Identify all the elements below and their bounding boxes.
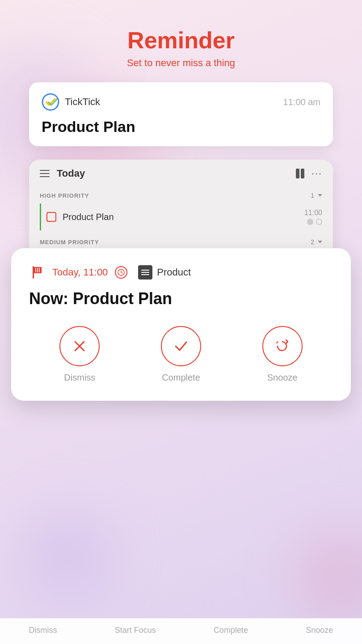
more-options-icon[interactable]: ···	[311, 168, 322, 179]
snooze-circle	[262, 326, 303, 366]
task-name: Product Plan	[63, 212, 304, 222]
app-name-label: TickTick	[65, 96, 100, 108]
bottom-snooze-button[interactable]: Snooze	[306, 626, 333, 635]
reminder-list: Product	[138, 265, 191, 280]
snooze-label: Snooze	[267, 373, 298, 383]
task-item[interactable]: Product Plan 11:00	[40, 203, 322, 230]
reminder-time: Today, 11:00	[52, 267, 108, 278]
notification-time: 11:00 am	[283, 97, 320, 107]
notification-task: Product Plan	[42, 118, 320, 136]
medium-priority-label: MEDIUM PRIORITY	[40, 239, 99, 246]
medium-priority-count: 2	[311, 238, 322, 246]
task-icon-flag	[307, 219, 313, 225]
page-header: Reminder Set to never miss a thing	[127, 27, 235, 69]
complete-label: Complete	[162, 373, 200, 383]
task-icon-repeat	[316, 219, 322, 225]
tasklist-header: Today ···	[29, 160, 333, 187]
ticktick-icon	[42, 93, 59, 111]
reminder-meta: Today, 11:00 Product	[29, 264, 333, 280]
reminder-task-title: Now: Product Plan	[29, 289, 333, 308]
dismiss-label: Dismiss	[64, 373, 95, 383]
bottom-complete-button[interactable]: Complete	[214, 626, 248, 635]
bottom-dismiss-button[interactable]: Dismiss	[29, 626, 57, 635]
task-time: 11:00	[304, 209, 322, 217]
notification-app-info: TickTick	[42, 93, 100, 111]
svg-point-0	[42, 94, 59, 110]
svg-rect-1	[33, 266, 34, 279]
list-icon	[138, 265, 152, 280]
dismiss-circle	[59, 326, 100, 366]
hamburger-icon[interactable]	[40, 170, 50, 177]
complete-button[interactable]: Complete	[161, 326, 201, 383]
high-priority-count: 1	[311, 192, 322, 199]
split-view-icon[interactable]	[296, 169, 304, 178]
notification-card: TickTick 11:00 am Product Plan	[29, 82, 333, 146]
flag-icon	[29, 264, 45, 280]
reminder-modal: Today, 11:00 Product Now: Product Plan	[11, 248, 351, 401]
action-buttons: Dismiss Complete	[29, 326, 333, 383]
page-subtitle: Set to never miss a thing	[127, 57, 235, 69]
snooze-button[interactable]: Snooze	[262, 326, 303, 383]
page-title: Reminder	[127, 27, 235, 54]
reminder-clock-icon	[115, 266, 127, 279]
task-time-block: 11:00	[304, 209, 322, 225]
dismiss-button[interactable]: Dismiss	[59, 326, 100, 383]
reminder-list-name: Product	[157, 267, 191, 278]
today-label: Today	[57, 168, 85, 179]
tasklist-card: Today ··· HIGH PRIORITY 1 Product	[29, 160, 333, 257]
bottom-start-focus-button[interactable]: Start Focus	[115, 626, 156, 635]
high-priority-label: HIGH PRIORITY	[40, 192, 89, 199]
task-checkbox[interactable]	[46, 212, 56, 222]
complete-circle	[161, 326, 201, 366]
high-priority-section: HIGH PRIORITY 1 Product Plan 11:00	[29, 187, 333, 230]
bottom-bar: Dismiss Start Focus Complete Snooze	[0, 618, 362, 644]
